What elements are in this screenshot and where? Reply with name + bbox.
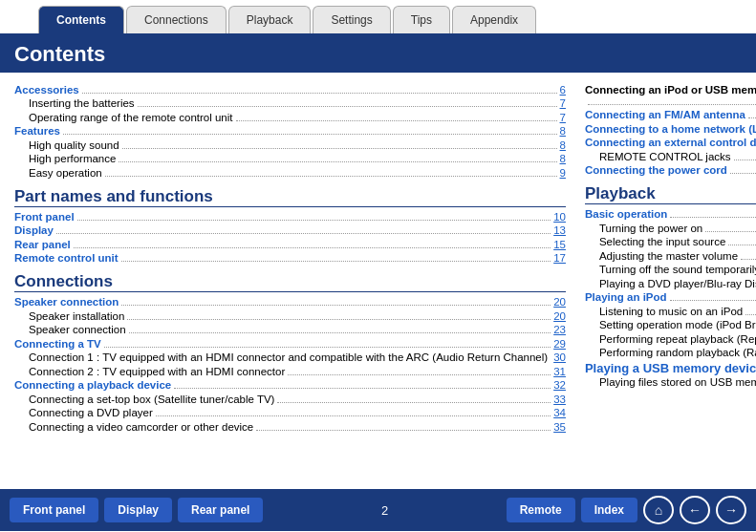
tab-settings[interactable]: Settings — [313, 6, 390, 33]
list-item[interactable]: Connecting a playback device 32 — [14, 379, 566, 392]
list-item[interactable]: Speaker installation 20 — [14, 310, 566, 323]
list-item[interactable]: Connecting a TV 29 — [14, 338, 566, 351]
content-area: Accessories 6 Inserting the batteries 7 … — [0, 73, 756, 489]
back-icon-btn[interactable]: ← — [680, 496, 710, 524]
section-title-playback: Playback — [585, 184, 756, 204]
list-item[interactable]: Playing files stored on USB memory devic… — [585, 376, 756, 389]
list-item[interactable]: Turning the power on 44 — [585, 223, 756, 235]
list-item[interactable]: Inserting the batteries 7 — [14, 97, 566, 110]
front-panel-btn[interactable]: Front panel — [10, 498, 98, 522]
list-item[interactable]: Connecting an iPod or USB memory device … — [585, 84, 756, 108]
list-item[interactable]: Setting operation mode (iPod Browse Mode… — [585, 319, 756, 331]
list-item[interactable]: Connecting to a home network (LAN) 40 — [585, 123, 756, 136]
list-item[interactable]: Speaker connection 23 — [14, 324, 566, 336]
right-column: Connecting an iPod or USB memory device … — [585, 82, 756, 479]
list-item[interactable]: Features 8 — [14, 125, 566, 138]
page-title: Contents — [14, 42, 742, 67]
list-item[interactable]: Connecting the power cord 42 — [585, 164, 756, 177]
tab-appendix[interactable]: Appendix — [452, 6, 536, 33]
left-column: Accessories 6 Inserting the batteries 7 … — [14, 82, 566, 479]
list-item[interactable]: Listening to music on an iPod 47 — [585, 306, 756, 318]
list-item[interactable]: Performing repeat playback (Repeat) 49 — [585, 333, 756, 346]
list-item[interactable]: Easy operation 9 — [14, 167, 566, 180]
bottom-bar: Front panel Display Rear panel 2 Remote … — [0, 489, 756, 531]
rear-panel-btn[interactable]: Rear panel — [178, 498, 263, 522]
list-item[interactable]: Display 13 — [14, 224, 566, 237]
list-item[interactable]: Playing a USB memory device 50 — [585, 361, 756, 375]
list-item[interactable]: Performing random playback (Random) 49 — [585, 347, 756, 359]
list-item[interactable]: Playing an iPod 47 — [585, 291, 756, 304]
list-item[interactable]: Rear panel 15 — [14, 239, 566, 251]
list-item[interactable]: Accessories 6 — [14, 84, 566, 96]
home-icon: ⌂ — [655, 502, 662, 518]
tab-tips[interactable]: Tips — [393, 6, 450, 33]
list-item[interactable]: Turning off the sound temporarily 45 — [585, 264, 756, 276]
list-item[interactable]: Connecting a video camcorder or other de… — [14, 421, 566, 434]
list-item[interactable]: Connecting a DVD player 34 — [14, 407, 566, 419]
list-item[interactable]: Front panel 10 — [14, 211, 566, 223]
back-icon: ← — [688, 502, 702, 518]
list-item[interactable]: Connecting a set-top box (Satellite tune… — [14, 394, 566, 406]
page-number: 2 — [269, 503, 500, 518]
forward-icon: → — [724, 502, 738, 518]
list-item[interactable]: Adjusting the master volume 45 — [585, 250, 756, 263]
tab-playback[interactable]: Playback — [228, 6, 312, 33]
list-item[interactable]: Operating range of the remote control un… — [14, 112, 566, 124]
section-title-connections: Connections — [14, 272, 566, 292]
main-area: Contents Accessories 6 Inserting the bat… — [0, 33, 756, 489]
list-item[interactable]: Selecting the input source 44 — [585, 236, 756, 248]
list-item[interactable]: Speaker connection 20 — [14, 296, 566, 309]
tab-connections[interactable]: Connections — [126, 6, 227, 33]
home-icon-btn[interactable]: ⌂ — [643, 496, 674, 524]
display-btn[interactable]: Display — [104, 498, 172, 522]
list-item[interactable]: Connecting an external control device 41 — [585, 137, 756, 149]
nav-tabs: Contents Connections Playback Settings T… — [0, 0, 756, 33]
list-item[interactable]: Connection 2 : TV equipped with an HDMI … — [14, 366, 566, 378]
remote-btn[interactable]: Remote — [507, 498, 575, 522]
page-title-bar: Contents — [0, 36, 756, 73]
list-item[interactable]: Remote control unit 17 — [14, 252, 566, 265]
list-item[interactable]: Playing a DVD player/Blu-ray Disc player… — [585, 278, 756, 290]
list-item[interactable]: Connecting an FM/AM antenna 38 — [585, 109, 756, 121]
tab-contents[interactable]: Contents — [38, 6, 124, 33]
list-item[interactable]: Connection 1 : TV equipped with an HDMI … — [14, 351, 566, 364]
list-item[interactable]: REMOTE CONTROL jacks 41 — [585, 151, 756, 163]
index-btn[interactable]: Index — [581, 498, 637, 522]
section-title-part-names: Part names and functions — [14, 187, 566, 207]
forward-icon-btn[interactable]: → — [716, 496, 746, 524]
list-item[interactable]: Basic operation 44 — [585, 208, 756, 221]
list-item[interactable]: High performance 8 — [14, 153, 566, 165]
list-item[interactable]: High quality sound 8 — [14, 139, 566, 152]
